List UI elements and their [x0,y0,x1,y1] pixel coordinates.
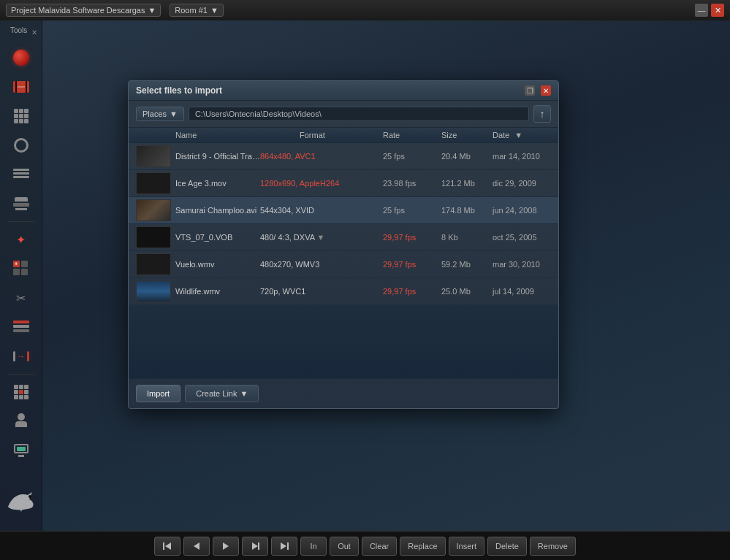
file-date: mar 14, 2010 [493,152,551,161]
navigate-up-button[interactable]: ↑ [533,105,551,123]
file-row[interactable]: Wildlife.wmv720p, WVC129,97 fps25.0 Mbju… [129,278,558,305]
col-date-header[interactable]: Date ▼ [493,131,551,139]
import-dialog: Select files to import ❐ ✕ Places ▼ C:\U… [128,80,559,409]
sidebar-section-title: Tools [4,26,27,34]
file-name: VTS_07_0.VOB [175,233,260,242]
sidebar: Tools ✕ [0,20,42,560]
create-link-button[interactable]: Create Link ▼ [185,385,259,402]
sidebar-icon-scissors[interactable]: ✂ [8,285,34,311]
svg-marker-2 [165,542,171,550]
monitor-icon [13,444,29,457]
file-format: 720p, WVC1 [260,287,383,296]
insert-button[interactable]: Insert [449,537,485,556]
file-size: 20.4 Mb [441,152,493,161]
sidebar-icon-person[interactable] [8,408,34,434]
sidebar-close[interactable]: ✕ [31,28,37,37]
places-label: Places [142,110,167,118]
file-row[interactable]: Samurai Champloo.avi544x304, XVID25 fps1… [129,197,558,224]
file-format: 544x304, XVID [260,206,383,215]
create-link-arrow-icon: ▼ [240,389,248,398]
file-row[interactable]: Vuelo.wmv480x270, WMV329,97 fps59.2 Mbma… [129,251,558,278]
film-icon [13,81,29,93]
dialog-restore-button[interactable]: ❐ [525,85,535,96]
skip-end-button[interactable] [271,537,297,556]
sidebar-icon-layers[interactable] [8,314,34,340]
in-button[interactable]: In [300,537,327,556]
remove-button[interactable]: Remove [530,537,576,556]
project-dropdown[interactable]: Project Malavida Software Descargas ▼ [6,4,161,17]
sidebar-icon-record[interactable] [8,45,34,71]
places-button[interactable]: Places ▼ [136,107,184,121]
file-size: 8 Kb [441,233,493,242]
file-date: oct 25, 2005 [493,233,551,242]
col-rate-header[interactable]: Rate [383,131,441,139]
file-row[interactable]: District 9 - Official Trailer 2.mp4864x4… [129,143,558,170]
sidebar-icon-transition[interactable]: → [8,343,34,369]
create-link-label: Create Link [196,389,237,398]
file-thumbnail [136,145,171,167]
file-thumbnail [136,199,171,221]
room-dropdown[interactable]: Room #1 ▼ [170,4,224,17]
file-size: 121.2 Mb [441,179,493,188]
file-rate: 29,97 fps [383,287,441,296]
sidebar-icon-grid2[interactable] [8,379,34,405]
out-button[interactable]: Out [330,537,359,556]
file-thumbnail [136,226,171,248]
file-format: 864x480, AVC1 [260,152,383,161]
sidebar-icon-list[interactable] [8,161,34,188]
file-size: 174.8 Mb [441,206,493,215]
file-row[interactable]: Ice Age 3.mov1280x690, AppleH26423.98 fp… [129,170,558,197]
col-format-header[interactable]: Format [300,131,383,139]
sidebar-icon-effects[interactable]: ✦ [8,226,34,253]
import-button[interactable]: Import [136,385,180,402]
file-format: 1280x690, AppleH264 [260,179,383,188]
replace-button[interactable]: Replace [400,537,445,556]
file-size: 25.0 Mb [441,287,493,296]
file-thumbnail [136,172,171,194]
col-size-header[interactable]: Size [441,131,493,139]
dialog-titlebar: Select files to import ❐ ✕ [129,81,558,101]
file-empty-area [129,305,558,378]
col-name-header[interactable]: Name [175,131,300,139]
dialog-close-button[interactable]: ✕ [541,85,551,96]
room-arrow: ▼ [210,6,218,15]
clear-button[interactable]: Clear [362,537,397,556]
svg-point-0 [28,495,31,498]
svg-marker-8 [281,542,286,550]
file-format: 480/ 4:3, DXVA ▼ [260,233,383,242]
file-size: 59.2 Mb [441,260,493,269]
close-button[interactable]: ✕ [711,4,724,17]
list-icon [13,169,29,180]
sidebar-icon-plus-grid[interactable]: + [8,256,34,282]
prev-button[interactable] [183,537,210,556]
svg-rect-6 [258,542,259,550]
play-button[interactable] [213,537,239,556]
dialog-path: C:\Users\Ontecnia\Desktop\Videos\ [189,107,529,121]
print-icon [13,197,29,210]
sidebar-icon-grid[interactable] [8,103,34,129]
file-name: Wildlife.wmv [175,287,260,296]
delete-button[interactable]: Delete [487,537,527,556]
file-date: jun 24, 2008 [493,206,551,215]
sidebar-icon-circle[interactable] [8,132,34,158]
file-name: Vuelo.wmv [175,260,260,269]
sidebar-icon-film[interactable] [8,74,34,100]
file-list-header: Name Format Rate Size Date ▼ [129,128,558,143]
svg-rect-1 [163,542,164,550]
file-rate: 29,97 fps [383,233,441,242]
file-name: Samurai Champloo.avi [175,206,260,215]
minimize-button[interactable]: — [695,4,708,17]
file-list-body[interactable]: District 9 - Official Trailer 2.mp4864x4… [129,143,558,305]
file-format: 480x270, WMV3 [260,260,383,269]
skip-start-button[interactable] [154,537,180,556]
sidebar-icon-monitor[interactable] [8,437,34,464]
sidebar-icon-print[interactable] [8,191,34,217]
file-row[interactable]: VTS_07_0.VOB480/ 4:3, DXVA ▼29,97 fps8 K… [129,224,558,251]
project-label: Project Malavida Software Descargas [11,6,145,15]
shark-logo [4,486,38,518]
bottom-toolbar: In Out Clear Replace Insert Delete Remov… [0,531,730,560]
scissors-icon: ✂ [16,291,26,305]
next-button[interactable] [242,537,268,556]
file-rate: 25 fps [383,152,441,161]
file-rate: 29,97 fps [383,260,441,269]
